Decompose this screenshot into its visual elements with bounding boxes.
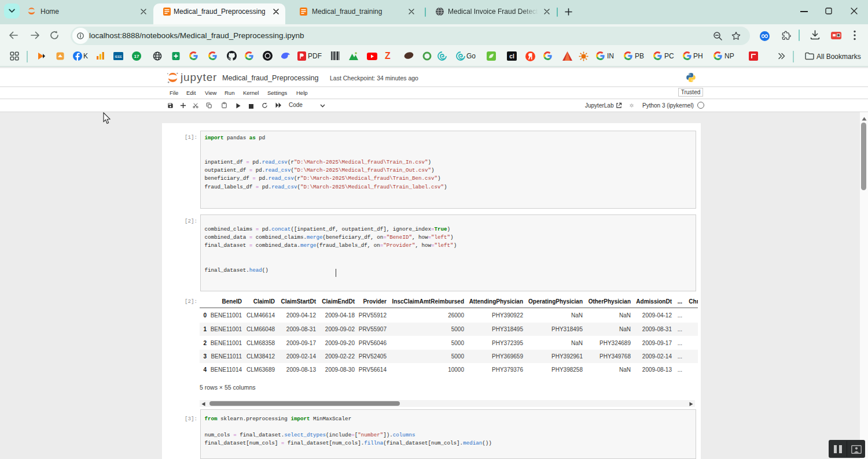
svg-text:IEEE: IEEE (115, 55, 122, 58)
svg-text:17: 17 (134, 54, 139, 59)
svg-text:cl: cl (509, 53, 514, 60)
